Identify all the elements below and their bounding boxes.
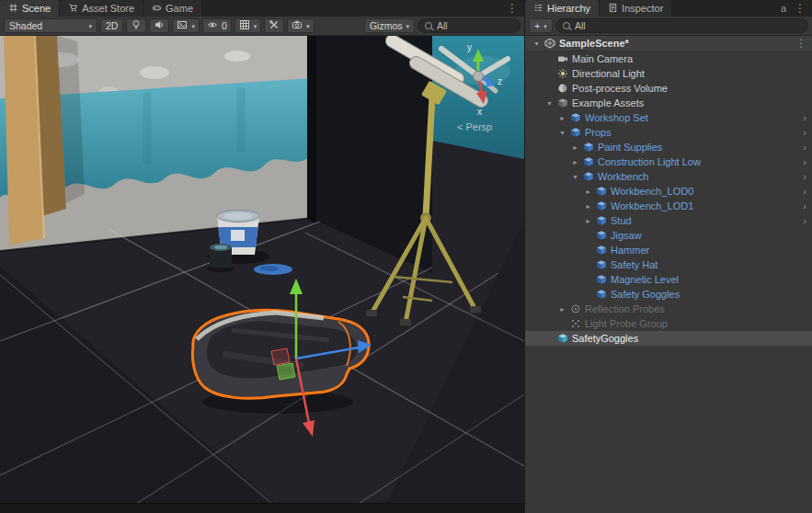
hierarchy-item-label: SafetyGoggles — [570, 333, 638, 344]
open-prefab-chevron-icon[interactable]: › — [803, 156, 812, 167]
unity-editor-window: Scene Asset Store Game ⋮ Shaded ▾ 2D — [0, 0, 812, 513]
hierarchy-row[interactable]: Safety Goggles — [525, 287, 812, 302]
axis-z-label: z — [497, 76, 502, 86]
hierarchy-panel-menu-icon[interactable]: ⋮ — [788, 0, 812, 17]
blue-rag[interactable] — [254, 264, 292, 275]
scene-effects-dropdown[interactable]: ▾ — [172, 18, 200, 33]
gizmos-dropdown[interactable]: Gizmos ▾ — [364, 18, 415, 33]
open-prefab-chevron-icon[interactable]: › — [803, 142, 812, 153]
hierarchy-item-label: Workbench_LOD0 — [609, 186, 693, 197]
light-icon — [555, 68, 570, 79]
tab-scene[interactable]: Scene — [0, 0, 59, 17]
account-icon[interactable]: a — [779, 0, 788, 17]
scene-options-kebab-icon[interactable]: ⋮ — [795, 37, 812, 50]
cube-blue-icon — [581, 142, 596, 153]
cube-gray-icon — [555, 97, 570, 108]
volume-icon — [555, 83, 570, 94]
hierarchy-row[interactable]: Post-process Volume — [525, 81, 812, 96]
hierarchy-row[interactable]: ▸Workshop Set› — [525, 110, 812, 125]
tab-asset-store[interactable]: Asset Store — [60, 0, 143, 17]
hierarchy-row[interactable]: Main Camera — [525, 51, 812, 66]
speaker-icon — [154, 19, 165, 32]
hierarchy-item-label: Post-process Volume — [570, 83, 668, 94]
tab-game[interactable]: Game — [143, 0, 201, 17]
hierarchy-row[interactable]: ▾Example Assets — [525, 96, 812, 110]
hierarchy-row[interactable]: ▸Reflection Probes — [525, 302, 812, 316]
expand-arrow-icon[interactable]: ▸ — [556, 114, 568, 122]
scene-panel-menu-icon[interactable]: ⋮ — [500, 0, 524, 17]
hierarchy-row[interactable]: ▸Stud› — [525, 213, 812, 228]
open-prefab-chevron-icon[interactable]: › — [803, 127, 812, 138]
hierarchy-item-label: Main Camera — [570, 53, 633, 64]
expand-arrow-icon[interactable]: ▾ — [556, 129, 568, 137]
scene-toolbar: Shaded ▾ 2D ▾ 0 ▾ — [0, 17, 524, 36]
scene-audio-toggle[interactable] — [149, 18, 169, 33]
gizmo-plane-x[interactable] — [271, 348, 290, 365]
2d-label: 2D — [106, 20, 118, 31]
cube-blue-icon — [594, 274, 609, 285]
hierarchy-item-label: Magnetic Level — [609, 274, 679, 285]
expand-arrow-icon[interactable]: ▸ — [582, 188, 594, 196]
hierarchy-row[interactable]: Jigsaw — [525, 228, 812, 243]
cube-blue-icon — [581, 156, 596, 167]
hierarchy-row[interactable]: Safety Hat — [525, 257, 812, 272]
image-effects-icon — [177, 19, 188, 32]
open-prefab-chevron-icon[interactable]: › — [803, 215, 812, 226]
tab-inspector[interactable]: Inspector — [600, 0, 671, 17]
tab-hierarchy[interactable]: Hierarchy — [525, 0, 599, 17]
hierarchy-row[interactable]: ▾Props› — [525, 125, 812, 140]
search-value: All — [575, 20, 586, 31]
gizmo-plane-y[interactable] — [277, 363, 295, 380]
hierarchy-row[interactable]: Light Probe Group — [525, 316, 812, 331]
scene-lighting-toggle[interactable] — [126, 18, 146, 33]
hierarchy-row[interactable]: Hammer — [525, 243, 812, 257]
grid-icon — [239, 19, 250, 32]
perspective-toggle[interactable]: < Persp — [457, 121, 492, 132]
hierarchy-row[interactable]: ▸Workbench_LOD1› — [525, 199, 812, 213]
hierarchy-row[interactable]: Magnetic Level — [525, 272, 812, 287]
expand-arrow-icon[interactable]: ▸ — [569, 143, 581, 152]
expand-arrow-icon[interactable]: ▾ — [569, 173, 581, 181]
scene-camera-dropdown[interactable]: ▾ — [287, 18, 315, 33]
2d-toggle[interactable]: 2D — [100, 18, 123, 33]
scene-tabbar: Scene Asset Store Game ⋮ — [0, 0, 524, 17]
open-prefab-chevron-icon[interactable]: › — [803, 171, 812, 182]
hierarchy-item-label: Paint Supplies — [596, 142, 662, 153]
open-prefab-chevron-icon[interactable]: › — [803, 200, 812, 211]
hierarchy-item-label: Workshop Set — [583, 112, 648, 123]
scene-search-input[interactable]: All — [417, 18, 520, 33]
search-icon — [425, 22, 432, 29]
hierarchy-row[interactable]: ▸Paint Supplies› — [525, 140, 812, 154]
hierarchy-row[interactable]: ▾Workbench› — [525, 169, 812, 184]
expand-arrow-icon[interactable]: ▸ — [569, 158, 581, 166]
shading-mode-label: Shaded — [9, 20, 42, 31]
expand-arrow-icon[interactable]: ▸ — [556, 305, 568, 314]
hierarchy-row[interactable]: SafetyGoggles — [525, 331, 812, 346]
hierarchy-row[interactable]: ▾SampleScene*⋮ — [525, 36, 812, 51]
open-prefab-chevron-icon[interactable]: › — [803, 112, 812, 123]
shading-mode-dropdown[interactable]: Shaded ▾ — [4, 18, 97, 33]
cube-blue-icon — [568, 127, 583, 138]
expand-arrow-icon[interactable]: ▾ — [543, 99, 555, 108]
hierarchy-search-input[interactable]: All — [555, 18, 808, 33]
hierarchy-row[interactable]: ▸Workbench_LOD0› — [525, 184, 812, 199]
cube-blue-icon — [594, 215, 609, 226]
hierarchy-row[interactable]: Directional Light — [525, 66, 812, 81]
hierarchy-item-label: Stud — [609, 215, 632, 226]
create-object-button[interactable]: + ▾ — [529, 18, 553, 33]
editor-tools-button[interactable] — [264, 18, 284, 33]
chevron-down-icon: ▾ — [191, 23, 195, 29]
hierarchy-row[interactable]: ▸Construction Light Low› — [525, 154, 812, 169]
expand-arrow-icon[interactable]: ▾ — [531, 40, 543, 48]
hierarchy-item-label: Hammer — [609, 245, 649, 256]
search-value: All — [437, 20, 448, 31]
scene-viewport[interactable]: y x z < Persp — [0, 36, 524, 503]
expand-arrow-icon[interactable]: ▸ — [582, 217, 594, 225]
grid-settings-dropdown[interactable]: ▾ — [234, 18, 262, 33]
eye-icon — [207, 19, 218, 32]
scene-3d-canvas[interactable]: y x z < Persp — [0, 36, 524, 503]
scene-visibility-toggle[interactable]: 0 — [202, 18, 232, 33]
paint-can[interactable] — [207, 244, 234, 273]
open-prefab-chevron-icon[interactable]: › — [803, 186, 812, 197]
expand-arrow-icon[interactable]: ▸ — [582, 202, 594, 211]
